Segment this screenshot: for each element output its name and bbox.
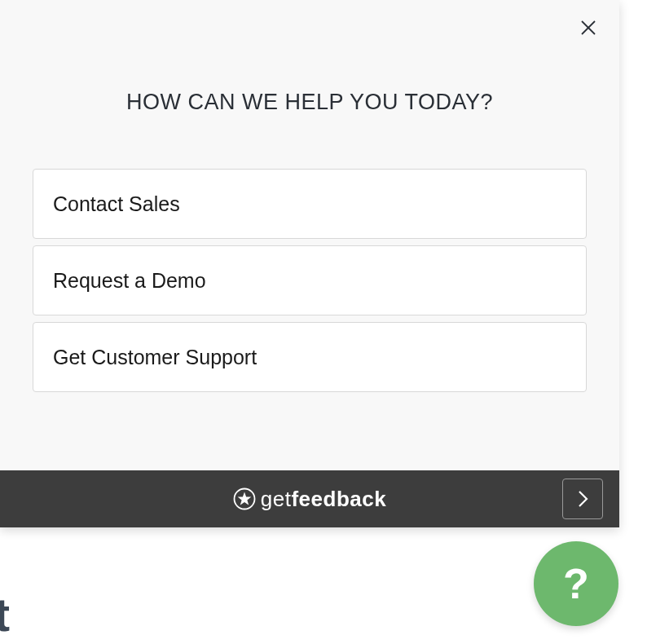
modal-footer: getfeedback: [0, 470, 619, 527]
modal-title: HOW CAN WE HELP YOU TODAY?: [33, 90, 587, 115]
brand-logo: getfeedback: [233, 487, 386, 512]
help-modal: HOW CAN WE HELP YOU TODAY? Contact Sales…: [0, 0, 619, 527]
option-contact-sales[interactable]: Contact Sales: [33, 169, 587, 239]
star-circle-icon: [233, 487, 256, 510]
option-request-demo[interactable]: Request a Demo: [33, 245, 587, 315]
option-customer-support[interactable]: Get Customer Support: [33, 322, 587, 392]
background-heading-fragment: d it: [0, 587, 9, 642]
chevron-right-icon: [576, 489, 589, 509]
options-group: Contact Sales Request a Demo Get Custome…: [33, 169, 587, 392]
modal-body: HOW CAN WE HELP YOU TODAY? Contact Sales…: [0, 0, 619, 470]
close-button[interactable]: [579, 18, 598, 37]
brand-text: getfeedback: [261, 487, 386, 512]
close-icon: [580, 20, 596, 36]
help-fab[interactable]: ?: [534, 541, 618, 626]
next-button[interactable]: [562, 479, 603, 519]
question-mark-icon: ?: [563, 559, 589, 608]
